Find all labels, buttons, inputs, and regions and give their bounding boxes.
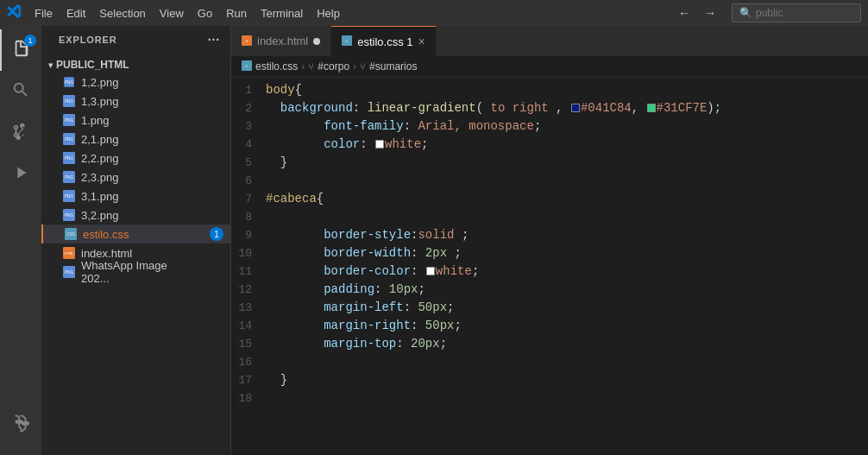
search-icon: 🔍 [739, 7, 752, 19]
nav-forward-button[interactable]: → [699, 4, 721, 22]
list-item[interactable]: PNG 1,3.png [41, 92, 230, 111]
tree-section-public-html[interactable]: ▾ PUBLIC_HTML [41, 57, 230, 73]
breadcrumb-sumarios-icon: ⑂ [360, 61, 366, 72]
explorer-badge: 1 [24, 35, 36, 47]
list-item[interactable]: PNG 3,2.png [41, 205, 230, 224]
png-file-icon: PNG [62, 265, 76, 279]
nav-back-button[interactable]: ← [673, 4, 695, 22]
code-line: 10 border-width: 2px ; [231, 244, 868, 262]
png-file-icon: PNG [62, 94, 76, 108]
activity-extensions[interactable] [0, 403, 41, 445]
menu-edit[interactable]: Edit [60, 3, 92, 23]
list-item[interactable]: PNG 1,2.png [41, 73, 230, 92]
line-content: font-family: Arial, monospace; [266, 117, 868, 136]
file-badge: 1 [210, 227, 223, 241]
file-name: 3,2.png [81, 209, 223, 222]
png-file-icon: PNG [62, 75, 76, 89]
file-name: 2,2.png [81, 152, 223, 165]
code-line: 3 font-family: Arial, monospace; [231, 117, 868, 136]
list-item[interactable]: PNG 3,1.png [41, 186, 230, 205]
file-name: 2,1.png [81, 133, 223, 146]
title-bar: File Edit Selection View Go Run Terminal… [0, 0, 868, 26]
file-name: 2,3.png [81, 171, 223, 184]
tab-modified-dot [313, 38, 320, 45]
code-line: 11 border-color: white; [231, 262, 868, 281]
breadcrumb-sumarios[interactable]: #sumarios [369, 60, 417, 73]
menu-view[interactable]: View [153, 3, 191, 23]
menu-run[interactable]: Run [219, 3, 254, 23]
line-number: 4 [231, 136, 266, 154]
line-content: body{ [266, 81, 868, 99]
svg-text:PNG: PNG [65, 156, 73, 161]
activity-source-control[interactable] [0, 112, 41, 154]
breadcrumb-file[interactable]: estilo.css [255, 60, 298, 73]
code-line: 16 [231, 353, 868, 371]
file-name: 1,2.png [81, 76, 223, 89]
tabs-bar: H index.html C estilo.css 1 × [231, 26, 868, 56]
line-number: 8 [231, 208, 266, 226]
activity-explorer[interactable]: 1 [0, 29, 41, 71]
breadcrumb-corpo[interactable]: #corpo [318, 60, 349, 73]
line-number: 17 [231, 371, 266, 389]
line-number: 13 [231, 299, 266, 317]
tab-label: index.html [257, 35, 308, 47]
line-number: 11 [231, 262, 266, 281]
svg-text:PNG: PNG [65, 137, 73, 142]
code-line: 6 [231, 172, 868, 190]
list-item[interactable]: PNG 1.png [41, 111, 230, 130]
list-item[interactable]: PNG 2,3.png [41, 167, 230, 186]
editor-area: H index.html C estilo.css 1 × C estilo.c… [231, 26, 868, 455]
svg-text:PNG: PNG [65, 213, 73, 218]
menu-help[interactable]: Help [310, 3, 347, 23]
menu-terminal[interactable]: Terminal [254, 3, 310, 23]
css-tab-icon: C [342, 35, 352, 47]
line-content: background: linear-gradient( to right , … [266, 99, 868, 117]
sidebar-tree: ▾ PUBLIC_HTML PNG 1,2.png PNG 1,3.png PN… [41, 54, 230, 455]
code-editor[interactable]: 1 body{ 2 background: linear-gradient( t… [231, 78, 868, 455]
tab-close-button[interactable]: × [418, 35, 425, 48]
line-number: 5 [231, 154, 266, 172]
list-item[interactable]: PNG 2,1.png [41, 130, 230, 149]
search-input[interactable] [756, 7, 853, 19]
breadcrumb-sep-1: › [301, 60, 305, 73]
line-content: padding: 10px; [266, 281, 868, 299]
code-line: 7 #cabeca{ [231, 190, 868, 208]
tab-estilo-css[interactable]: C estilo.css 1 × [331, 26, 437, 56]
code-line: 13 margin-left: 50px; [231, 299, 868, 317]
line-content: #cabeca{ [266, 190, 868, 208]
tab-index-html[interactable]: H index.html [231, 26, 331, 56]
line-content: } [266, 154, 868, 172]
activity-run-debug[interactable] [0, 154, 41, 195]
list-item[interactable]: PNG WhatsApp Image 202... [41, 262, 230, 281]
new-file-icon[interactable]: ··· [208, 33, 220, 47]
global-search-box[interactable]: 🔍 [732, 3, 861, 22]
png-file-icon: PNG [62, 132, 76, 146]
nav-buttons: ← → [673, 4, 721, 22]
svg-text:PNG: PNG [65, 270, 73, 275]
list-item[interactable]: PNG 2,2.png [41, 149, 230, 167]
html-tab-icon: H [242, 35, 252, 47]
line-number: 10 [231, 244, 266, 262]
svg-text:HTML: HTML [64, 251, 74, 256]
code-line: 18 [231, 389, 868, 408]
breadcrumb-sep-2: › [353, 60, 356, 73]
menu-file[interactable]: File [28, 3, 60, 23]
png-file-icon: PNG [62, 189, 76, 203]
line-number: 2 [231, 99, 266, 117]
css-file-icon: CSS [64, 227, 78, 241]
line-number: 15 [231, 335, 266, 353]
run-debug-icon [11, 163, 30, 186]
file-name: 1,3.png [81, 95, 223, 108]
code-line: 14 margin-right: 50px; [231, 317, 868, 335]
sidebar: EXPLORER ··· ▾ PUBLIC_HTML PNG 1,2.png P… [41, 26, 231, 455]
list-item[interactable]: CSS estilo.css 1 [41, 224, 230, 243]
menu-go[interactable]: Go [191, 3, 219, 23]
activity-search[interactable] [0, 71, 41, 112]
line-number: 16 [231, 353, 266, 371]
menu-bar: File Edit Selection View Go Run Terminal… [28, 3, 347, 23]
svg-text:CSS: CSS [66, 232, 75, 237]
line-number: 12 [231, 281, 266, 299]
source-control-icon [11, 122, 30, 145]
html-file-icon: HTML [62, 246, 76, 260]
menu-selection[interactable]: Selection [92, 3, 152, 23]
